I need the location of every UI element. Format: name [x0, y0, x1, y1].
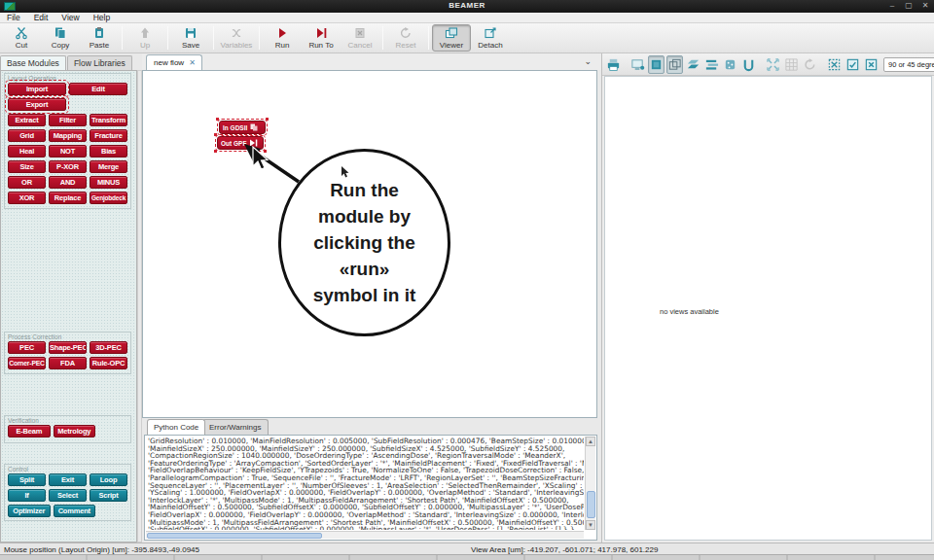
module-button-heal[interactable]: Heal [8, 145, 46, 158]
module-button-bias[interactable]: Bias [90, 145, 127, 158]
node-run-icon[interactable] [249, 139, 258, 147]
close-button[interactable]: ✕ [918, 1, 932, 11]
cancel-button[interactable]: Cancel [341, 24, 379, 52]
variables-button[interactable]: Variables [217, 24, 256, 52]
node-properties-icon[interactable] [250, 123, 258, 131]
module-button-3d-pec[interactable]: 3D-PEC [90, 341, 127, 354]
module-button-select[interactable]: Select [49, 489, 87, 502]
module-button-pec[interactable]: PEC [8, 341, 46, 354]
code-vertical-scrollbar[interactable]: ▲ ▼ [585, 437, 595, 530]
module-button-script[interactable]: Script [90, 489, 127, 502]
module-button-filter[interactable]: Filter [49, 114, 87, 126]
node-label: In GDSII [223, 124, 247, 131]
module-button-split[interactable]: Split [8, 473, 46, 486]
zoom-select-button[interactable] [844, 55, 861, 74]
module-button-or[interactable]: OR [8, 176, 46, 189]
tab-flow-libraries[interactable]: Flow Libraries [67, 55, 132, 70]
module-button-p-xor[interactable]: P-XOR [49, 160, 87, 173]
filled-shapes-icon [649, 57, 664, 72]
filled-view-button[interactable] [648, 55, 665, 74]
outline-view-button[interactable] [666, 55, 683, 74]
module-button-corner-pec[interactable]: Corner-PEC [8, 357, 46, 369]
viewer-panel: 90 or 45 degree ▲▼ ⌄ no views available [601, 53, 934, 542]
module-button-e-beam[interactable]: E-Beam [8, 425, 51, 438]
code-horizontal-scrollbar[interactable] [146, 531, 584, 539]
module-button-replace[interactable]: Replace [49, 192, 87, 204]
skewed-layers-button[interactable] [685, 55, 701, 74]
run-button[interactable]: Run [263, 24, 302, 52]
minimize-button[interactable]: – [885, 1, 899, 11]
module-button-shape-pec[interactable]: Shape-PEC [49, 341, 87, 354]
module-button-transform[interactable]: Transform [90, 114, 127, 126]
module-button-merge[interactable]: Merge [90, 160, 127, 173]
module-button-export[interactable]: Export [8, 98, 66, 111]
menu-edit[interactable]: Edit [27, 13, 55, 23]
fullscreen-button[interactable] [765, 55, 781, 74]
union-view-button[interactable] [740, 55, 757, 74]
menu-file[interactable]: File [0, 13, 27, 23]
remote-view-button[interactable] [629, 55, 646, 74]
run-to-button[interactable]: Run To [302, 24, 341, 52]
callout-text-line: module by [281, 203, 448, 229]
scrollbar-thumb[interactable] [147, 533, 322, 539]
module-button-comment[interactable]: Comment [54, 505, 96, 517]
viewer-viewport[interactable]: no views available [604, 76, 932, 541]
module-button-edit[interactable]: Edit [69, 83, 127, 95]
module-button-import[interactable]: Import [8, 83, 66, 95]
mesh-view-button[interactable] [783, 55, 800, 74]
module-button-minus[interactable]: MINUS [90, 176, 127, 189]
module-button-and[interactable]: AND [49, 176, 87, 189]
reset-button[interactable]: Reset [386, 24, 425, 52]
module-button-genjobdeck[interactable]: Genjobdeck [90, 192, 127, 204]
module-button-mapping[interactable]: Mapping [49, 129, 87, 142]
callout-text-line: Run the [281, 177, 448, 203]
selection-handle [214, 133, 217, 136]
angle-mode-select[interactable]: 90 or 45 degree ▲▼ [883, 57, 934, 72]
tab-python-code[interactable]: Python Code [147, 419, 205, 435]
beamer-window: BEAMER – ▢ ✕ File Edit View Help Cut Cop… [0, 0, 934, 560]
module-button-optimizer[interactable]: Optimizer [8, 505, 51, 517]
dose-view-button[interactable] [722, 55, 738, 74]
copy-button[interactable]: Copy [41, 24, 80, 52]
flow-node-in-gdsii[interactable]: In GDSII [219, 121, 266, 134]
python-code-panel[interactable]: 'GridResolution' : 0.010000, 'MainFieldR… [144, 435, 597, 541]
tab-new-flow[interactable]: new flow ✕ [146, 54, 202, 70]
zoom-fit-button[interactable] [826, 55, 843, 74]
zoom-out-button[interactable] [863, 55, 880, 74]
maximize-button[interactable]: ▢ [902, 1, 916, 11]
stacked-layers-button[interactable] [703, 55, 720, 74]
module-button-fda[interactable]: FDA [49, 357, 87, 369]
print-button[interactable] [605, 55, 622, 74]
menu-view[interactable]: View [54, 13, 86, 23]
module-button-metrology[interactable]: Metrology [54, 425, 96, 438]
module-button-not[interactable]: NOT [49, 145, 87, 158]
module-button-grid[interactable]: Grid [8, 129, 46, 142]
scrollbar-thumb[interactable] [587, 491, 595, 518]
module-button-xor[interactable]: XOR [8, 192, 46, 204]
module-button-size[interactable]: Size [8, 160, 46, 173]
scroll-down-icon[interactable]: ▼ [586, 520, 595, 530]
tab-close-icon[interactable]: ✕ [189, 58, 196, 70]
module-button-exit[interactable]: Exit [49, 473, 87, 486]
detach-button[interactable]: Detach [471, 24, 510, 52]
module-button-loop[interactable]: Loop [90, 473, 127, 486]
module-button-extract[interactable]: Extract [8, 114, 46, 126]
tab-list-chevron-icon[interactable]: ⌄ [584, 56, 592, 66]
module-button-if[interactable]: If [8, 489, 46, 502]
module-button-rule-opc[interactable]: Rule-OPC [90, 357, 127, 369]
scroll-up-icon[interactable]: ▲ [586, 437, 595, 446]
module-button-fracture[interactable]: Fracture [90, 129, 127, 142]
cut-button[interactable]: Cut [2, 24, 41, 52]
flow-node-out-gpf[interactable]: Out GPF [217, 136, 264, 150]
viewer-button[interactable]: Viewer [432, 24, 471, 52]
tab-base-modules[interactable]: Base Modules [0, 55, 66, 70]
up-label: Up [140, 41, 150, 50]
flow-canvas[interactable]: In GDSII Out GPF Run the module by click… [142, 70, 597, 418]
menu-help[interactable]: Help [87, 13, 117, 23]
up-button[interactable]: Up [126, 24, 164, 52]
tab-error-warnings[interactable]: Error/Warnings [202, 419, 269, 435]
paste-button[interactable]: Paste [80, 24, 119, 52]
reset-view-button[interactable] [802, 55, 818, 74]
save-button[interactable]: Save [171, 24, 210, 52]
paste-icon [92, 26, 106, 40]
